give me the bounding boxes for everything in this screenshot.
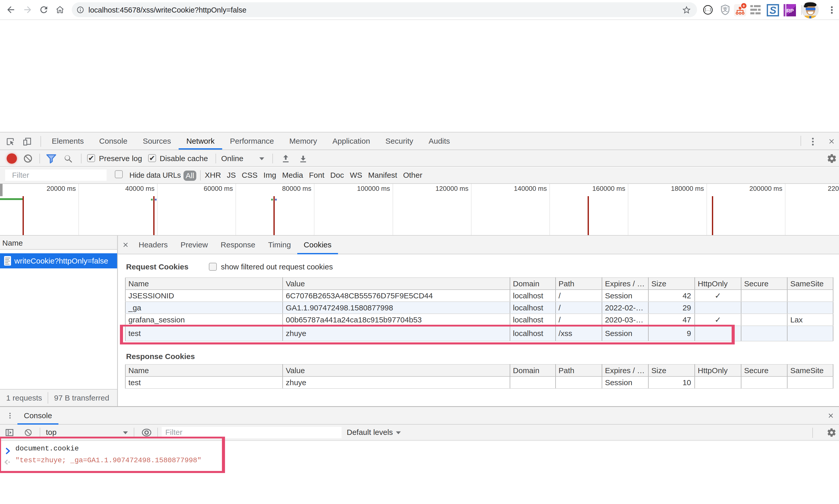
svg-text:支: 支 (722, 6, 728, 13)
